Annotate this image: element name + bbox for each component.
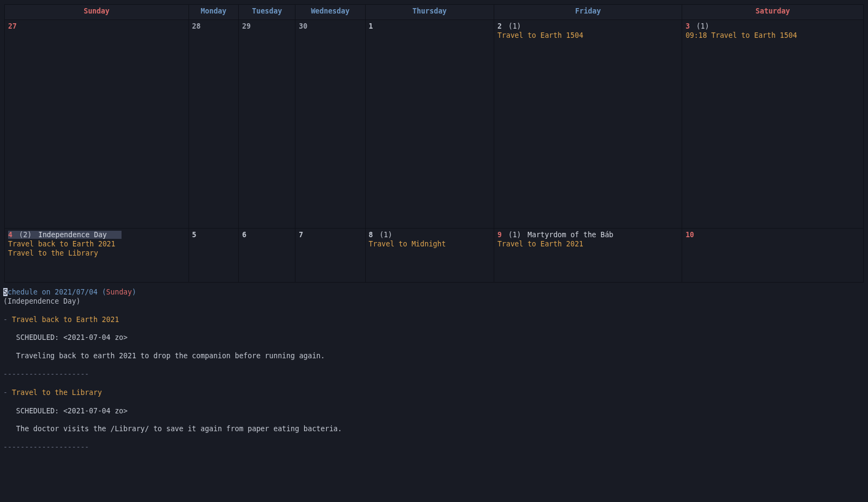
- day-number: 27: [8, 22, 19, 30]
- entry-count: (2): [19, 231, 32, 239]
- calendar-row: 27 28 29 30 1 2 (1) Travel to Earth 1504: [5, 20, 864, 229]
- calendar-entry[interactable]: Travel to the Library: [8, 249, 185, 258]
- day-number: 30: [299, 22, 309, 30]
- day-number: 7: [299, 231, 305, 239]
- day-number: 5: [192, 231, 199, 239]
- schedule-open-paren: (: [98, 288, 106, 296]
- day-cell[interactable]: 1: [365, 20, 494, 229]
- calendar-entry[interactable]: 09:18 Travel to Earth 1504: [685, 31, 860, 41]
- holiday-label: Independence Day: [36, 231, 107, 239]
- entry-count: (1): [379, 231, 392, 239]
- entry-count: (1): [508, 231, 521, 239]
- calendar-entry[interactable]: Travel back to Earth 2021: [8, 240, 185, 249]
- schedule-item[interactable]: - Travel back to Earth 2021: [3, 316, 865, 325]
- calendar-row: 4 (2) Independence Day Travel back to Ea…: [5, 229, 864, 283]
- weekday-header-wed: Wednesday: [295, 5, 365, 20]
- weekday-header-mon: Monday: [189, 5, 239, 20]
- day-number: 28: [192, 22, 203, 30]
- day-number: 1: [369, 22, 375, 30]
- schedule-item-title: Travel back to Earth 2021: [12, 316, 119, 324]
- day-cell[interactable]: 30: [295, 20, 365, 229]
- weekday-header-sat: Saturday: [682, 5, 864, 20]
- day-cell[interactable]: 9 (1) Martyrdom of the Báb Travel to Ear…: [494, 229, 682, 283]
- day-cell[interactable]: 3 (1) 09:18 Travel to Earth 1504: [682, 20, 864, 229]
- day-number: 8: [369, 231, 375, 239]
- schedule-item-title: Travel to the Library: [12, 389, 102, 397]
- schedule-pane: Schedule on 2021/07/04 (Sunday) (Indepen…: [0, 283, 868, 452]
- day-cell[interactable]: 7: [295, 229, 365, 283]
- schedule-item-scheduled: SCHEDULED: <2021-07-04 zo>: [3, 333, 865, 343]
- schedule-close-paren: ): [132, 288, 136, 296]
- schedule-date: 2021/07/04: [55, 288, 97, 296]
- day-cell[interactable]: 2 (1) Travel to Earth 1504: [494, 20, 682, 229]
- day-cell[interactable]: 8 (1) Travel to Midnight: [365, 229, 494, 283]
- schedule-item-scheduled: SCHEDULED: <2021-07-04 zo>: [3, 407, 865, 416]
- weekday-header-tue: Tuesday: [239, 5, 295, 20]
- entry-count: (1): [696, 22, 709, 30]
- cursor-icon: S: [3, 288, 8, 296]
- schedule-prefix: chedule on: [8, 288, 55, 296]
- day-cell[interactable]: 27: [5, 20, 189, 229]
- separator: --------------------: [3, 443, 865, 452]
- schedule-item[interactable]: - Travel to the Library: [3, 389, 865, 398]
- selected-day-header: 4 (2) Independence Day: [8, 231, 122, 239]
- day-number: 6: [242, 231, 248, 239]
- day-cell[interactable]: 5: [189, 229, 239, 283]
- day-number: 2: [497, 22, 504, 30]
- calendar-entry[interactable]: Travel to Earth 2021: [497, 240, 678, 249]
- bullet-icon: -: [3, 316, 12, 324]
- weekday-header-fri: Friday: [494, 5, 682, 20]
- day-number: 10: [685, 231, 696, 239]
- calendar-grid: Sunday Monday Tuesday Wednesday Thursday…: [4, 4, 864, 283]
- schedule-dayname: Sunday: [106, 288, 132, 296]
- day-number: 29: [242, 22, 253, 30]
- schedule-holiday: (Independence Day): [3, 297, 865, 306]
- calendar-entry[interactable]: Travel to Earth 1504: [497, 31, 678, 41]
- day-cell[interactable]: 10: [682, 229, 864, 283]
- schedule-item-body: Traveling back to earth 2021 to drop the…: [3, 352, 865, 361]
- schedule-header: Schedule on 2021/07/04 (Sunday): [3, 288, 865, 297]
- day-number: 4: [8, 231, 15, 239]
- weekday-header-thu: Thursday: [365, 5, 494, 20]
- day-number: 3: [685, 22, 692, 30]
- separator: --------------------: [3, 370, 865, 379]
- weekday-header-sun: Sunday: [5, 5, 189, 20]
- day-cell-selected[interactable]: 4 (2) Independence Day Travel back to Ea…: [5, 229, 189, 283]
- day-number: 9: [497, 231, 504, 239]
- entry-count: (1): [508, 22, 521, 30]
- bullet-icon: -: [3, 389, 12, 397]
- schedule-item-body: The doctor visits the /Library/ to save …: [3, 425, 865, 434]
- weekday-header-row: Sunday Monday Tuesday Wednesday Thursday…: [5, 5, 864, 20]
- calendar-entry[interactable]: Travel to Midnight: [369, 240, 491, 249]
- day-cell[interactable]: 6: [239, 229, 295, 283]
- day-cell[interactable]: 28: [189, 20, 239, 229]
- day-cell[interactable]: 29: [239, 20, 295, 229]
- holiday-label: Martyrdom of the Báb: [526, 231, 614, 239]
